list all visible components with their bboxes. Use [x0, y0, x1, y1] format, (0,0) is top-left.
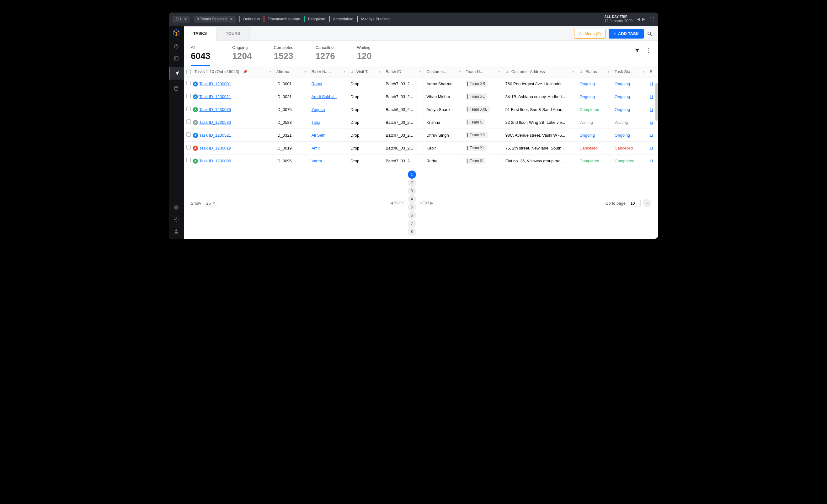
page-button[interactable]: 3	[408, 187, 416, 195]
team-chip[interactable]: Madhya Pradesh	[357, 16, 393, 22]
col-customer[interactable]: Custome...	[426, 69, 446, 74]
row-link[interactable]: Li	[647, 155, 658, 167]
table-row: Task ID_1230075ID_0075YogeshDropBatch6_0…	[184, 103, 658, 116]
task-link[interactable]: Task ID_1230321	[199, 133, 231, 137]
team-badge: Team XXL	[466, 106, 490, 113]
task-link[interactable]: Task ID_1230096	[199, 159, 231, 163]
page-button[interactable]: 1	[408, 170, 416, 179]
rider-link[interactable]: Varjra	[311, 159, 322, 163]
row-link[interactable]: Li	[647, 142, 658, 155]
tab-tasks[interactable]: TASKS	[184, 26, 216, 41]
rider-link[interactable]: Rahul	[311, 81, 322, 86]
scrollbar-thumb[interactable]	[655, 83, 658, 121]
row-checkbox[interactable]	[186, 107, 191, 111]
page-button[interactable]: 4	[408, 195, 416, 203]
page-button[interactable]: 2	[408, 179, 416, 187]
task-link[interactable]: Task ID_1230075	[199, 107, 231, 112]
customer-name: Dhruv Singh	[424, 129, 463, 142]
prev-page[interactable]: ◀BACK	[388, 201, 406, 205]
dashboard-icon[interactable]	[173, 43, 180, 50]
stat-filter[interactable]: Ongoing1204	[232, 45, 252, 65]
status: Completed	[577, 103, 612, 116]
task-link[interactable]: Task ID_1230583	[199, 120, 231, 125]
logo-icon	[173, 29, 180, 36]
stat-filter[interactable]: Cancelled1276	[315, 45, 335, 65]
calendar-icon[interactable]	[173, 55, 180, 61]
task-link[interactable]: Task ID_1230001	[199, 81, 231, 86]
add-task-button[interactable]: +ADD TASK	[609, 29, 644, 39]
location-icon[interactable]	[169, 67, 184, 79]
row-link[interactable]: Li	[647, 129, 658, 142]
next-page[interactable]: NEXT▶	[418, 201, 435, 205]
col-status[interactable]: Status	[585, 69, 597, 74]
help-icon[interactable]: ?	[173, 204, 180, 211]
team-badge: Team XL	[466, 94, 487, 100]
alt-id: ID_0321	[274, 129, 309, 142]
team-chip[interactable]: Ahmedabad	[329, 16, 357, 22]
col-rider[interactable]: Rider Na...	[311, 69, 331, 74]
alt-id: ID_0096	[274, 155, 309, 167]
col-batch[interactable]: Batch ID	[386, 69, 401, 74]
page-button[interactable]: 5	[408, 203, 416, 211]
team-chip[interactable]: Dehradun	[239, 16, 263, 22]
date-nav[interactable]: ◀ ▶	[637, 17, 645, 21]
teams-selector[interactable]: 8 Teams Selected	[194, 16, 235, 22]
direction-icon	[193, 146, 198, 151]
team-chip[interactable]: Tiruvananthapuram	[263, 16, 303, 22]
status: Ongoing	[577, 90, 612, 103]
status: Ongoing	[577, 77, 612, 90]
row-checkbox[interactable]	[186, 132, 191, 137]
rider-link[interactable]: Amrit Sukhvi..	[311, 94, 337, 99]
pin-icon[interactable]: 📌	[243, 70, 248, 74]
table-wrap[interactable]: Tasks 1-10 (Out of 6043) 📌▾ Alterna...▾ …	[184, 66, 658, 167]
filter-icon[interactable]	[634, 48, 640, 53]
page-size-select[interactable]: 25	[204, 200, 218, 207]
rider-link[interactable]: Taha	[311, 120, 320, 125]
svg-rect-2	[176, 58, 176, 59]
status: Completed	[577, 155, 612, 167]
page-button[interactable]: 6	[408, 211, 416, 219]
stat-filter[interactable]: Waiting120	[357, 45, 372, 65]
row-checkbox[interactable]	[186, 94, 191, 98]
database-icon[interactable]	[173, 85, 180, 92]
row-checkbox[interactable]	[186, 145, 191, 150]
chevron-right-icon[interactable]: ▶	[642, 17, 645, 21]
goto-button[interactable]: →	[643, 199, 651, 207]
col-alt[interactable]: Alterna...	[277, 69, 293, 74]
chevron-left-icon[interactable]: ◀	[637, 17, 640, 21]
col-visit[interactable]: Visit T...	[356, 69, 371, 74]
select-all-checkbox[interactable]	[186, 70, 191, 74]
customer-address: 75, 2th street, New lane, South...	[502, 142, 577, 155]
svg-point-3	[175, 86, 178, 88]
page-button[interactable]: 7	[408, 219, 416, 228]
team-chip[interactable]: Bangalore	[304, 16, 329, 22]
stat-filter[interactable]: All6043	[191, 45, 210, 66]
rider-link[interactable]: Ali Sethi	[311, 133, 327, 137]
more-icon[interactable]: ⋮	[646, 47, 651, 54]
user-icon[interactable]	[173, 228, 180, 234]
row-checkbox[interactable]	[186, 158, 191, 162]
row-checkbox[interactable]	[186, 81, 191, 85]
fullscreen-icon[interactable]	[649, 17, 654, 21]
person-icon	[579, 70, 583, 74]
visit-type: Drop	[348, 142, 383, 155]
gear-icon[interactable]	[173, 216, 180, 223]
org-selector[interactable]: DU	[173, 16, 190, 22]
tasks-table: Tasks 1-10 (Out of 6043) 📌▾ Alterna...▾ …	[184, 66, 658, 167]
direction-icon	[193, 120, 198, 125]
col-r[interactable]: R	[650, 69, 652, 74]
col-addr[interactable]: Customer Address	[512, 69, 545, 74]
col-team[interactable]: Team N...	[466, 69, 483, 74]
page-button[interactable]: 8	[408, 228, 416, 236]
row-checkbox[interactable]	[186, 119, 191, 124]
rider-link[interactable]: Yogesh	[311, 107, 325, 112]
stat-filter[interactable]: Completed1523	[274, 45, 294, 65]
search-icon[interactable]	[647, 31, 652, 37]
col-tstatus[interactable]: Task Sta...	[615, 69, 634, 74]
rider-link[interactable]: Amit	[311, 146, 320, 151]
goto-input[interactable]	[628, 200, 641, 207]
tab-tours[interactable]: TOURS	[216, 26, 250, 41]
task-link[interactable]: Task ID_1230021	[199, 94, 231, 99]
task-link[interactable]: Task ID_1230019	[199, 146, 231, 151]
alerts-button[interactable]: All Alerts (0)	[574, 29, 605, 39]
